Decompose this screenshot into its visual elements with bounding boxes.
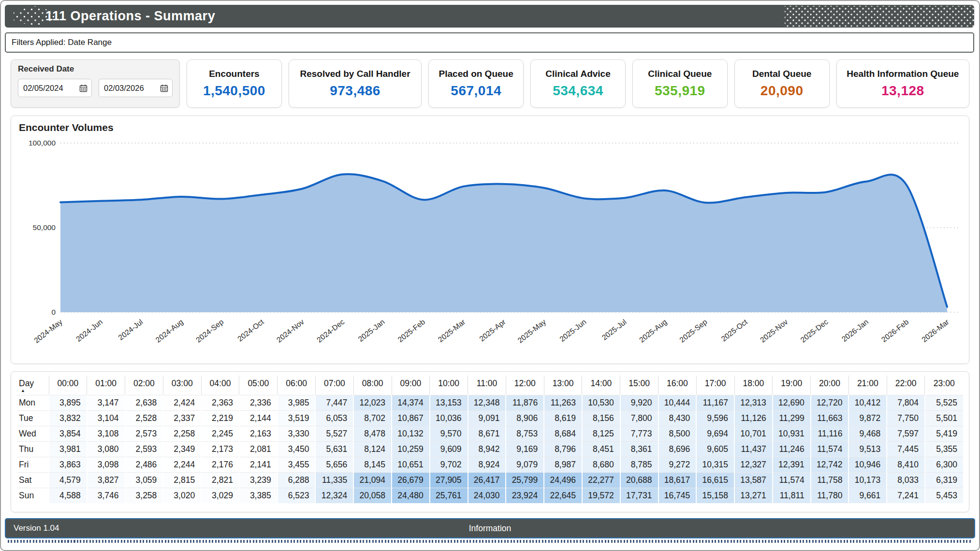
hour-column-header[interactable]: 16:00 (658, 376, 697, 395)
area-fill[interactable] (60, 174, 947, 312)
table-value-cell[interactable]: 3,895 (49, 395, 87, 410)
table-value-cell[interactable]: 26,679 (392, 472, 430, 488)
table-value-cell[interactable]: 8,156 (582, 410, 620, 426)
table-value-cell[interactable]: 4,588 (49, 488, 87, 503)
table-value-cell[interactable]: 2,821 (201, 472, 239, 488)
table-value-cell[interactable]: 23,924 (506, 488, 544, 503)
table-value-cell[interactable]: 12,720 (811, 395, 849, 410)
table-value-cell[interactable]: 11,437 (734, 441, 773, 457)
table-value-cell[interactable]: 3,098 (87, 457, 125, 472)
table-value-cell[interactable]: 6,053 (315, 410, 353, 426)
table-value-cell[interactable]: 7,597 (887, 426, 925, 441)
table-value-cell[interactable]: 12,327 (734, 457, 773, 472)
table-value-cell[interactable]: 11,811 (773, 488, 811, 503)
table-value-cell[interactable]: 3,147 (87, 395, 125, 410)
table-value-cell[interactable]: 7,750 (887, 410, 925, 426)
table-value-cell[interactable]: 3,029 (201, 488, 239, 503)
table-value-cell[interactable]: 8,125 (582, 426, 620, 441)
table-value-cell[interactable]: 8,671 (468, 426, 506, 441)
table-value-cell[interactable]: 11,780 (811, 488, 849, 503)
table-value-cell[interactable]: 7,445 (887, 441, 925, 457)
table-value-cell[interactable]: 6,319 (925, 472, 963, 488)
calendar-icon[interactable] (160, 84, 168, 92)
table-value-cell[interactable]: 10,530 (582, 395, 620, 410)
table-value-cell[interactable]: 24,030 (468, 488, 506, 503)
table-value-cell[interactable]: 6,300 (925, 457, 963, 472)
table-value-cell[interactable]: 22,277 (582, 472, 620, 488)
table-value-cell[interactable]: 11,335 (315, 472, 353, 488)
table-value-cell[interactable]: 11,246 (773, 441, 811, 457)
table-value-cell[interactable]: 2,593 (125, 441, 163, 457)
table-value-cell[interactable]: 2,244 (163, 457, 201, 472)
table-value-cell[interactable]: 10,946 (848, 457, 887, 472)
table-value-cell[interactable]: 9,661 (848, 488, 887, 503)
table-value-cell[interactable]: 6,523 (278, 488, 316, 503)
table-value-cell[interactable]: 11,876 (506, 395, 544, 410)
table-value-cell[interactable]: 8,987 (544, 457, 582, 472)
hour-column-header[interactable]: 17:00 (696, 376, 734, 395)
hour-column-header[interactable]: 13:00 (544, 376, 582, 395)
hour-column-header[interactable]: 12:00 (506, 376, 544, 395)
hour-column-header[interactable]: 03:00 (163, 376, 201, 395)
table-value-cell[interactable]: 8,680 (582, 457, 620, 472)
hour-column-header[interactable]: 06:00 (278, 376, 316, 395)
hour-column-header[interactable]: 04:00 (201, 376, 239, 395)
hour-column-header[interactable]: 05:00 (239, 376, 278, 395)
table-value-cell[interactable]: 2,815 (163, 472, 201, 488)
table-value-cell[interactable]: 9,920 (620, 395, 658, 410)
table-value-cell[interactable]: 2,363 (201, 395, 239, 410)
table-value-cell[interactable]: 3,330 (278, 426, 316, 441)
table-day-cell[interactable]: Thu (17, 441, 49, 457)
calendar-icon[interactable] (79, 84, 88, 92)
hour-column-header[interactable]: 14:00 (582, 376, 620, 395)
table-value-cell[interactable]: 9,468 (848, 426, 887, 441)
table-value-cell[interactable]: 8,033 (887, 472, 925, 488)
table-value-cell[interactable]: 2,528 (125, 410, 163, 426)
hour-column-header[interactable]: 10:00 (430, 376, 468, 395)
table-value-cell[interactable]: 9,872 (848, 410, 887, 426)
table-value-cell[interactable]: 5,656 (315, 457, 353, 472)
table-value-cell[interactable]: 3,450 (278, 441, 316, 457)
hour-column-header[interactable]: 07:00 (315, 376, 353, 395)
table-value-cell[interactable]: 10,444 (658, 395, 697, 410)
table-value-cell[interactable]: 3,239 (239, 472, 278, 488)
table-value-cell[interactable]: 2,163 (239, 426, 278, 441)
table-value-cell[interactable]: 7,800 (620, 410, 658, 426)
table-value-cell[interactable]: 12,742 (811, 457, 849, 472)
hour-column-header[interactable]: 15:00 (620, 376, 658, 395)
table-day-cell[interactable]: Mon (17, 395, 49, 410)
table-value-cell[interactable]: 12,348 (468, 395, 506, 410)
table-value-cell[interactable]: 9,079 (506, 457, 544, 472)
table-value-cell[interactable]: 5,527 (315, 426, 353, 441)
table-value-cell[interactable]: 10,651 (392, 457, 430, 472)
table-value-cell[interactable]: 13,587 (734, 472, 773, 488)
table-value-cell[interactable]: 7,241 (887, 488, 925, 503)
table-value-cell[interactable]: 5,501 (925, 410, 963, 426)
table-day-cell[interactable]: Wed (17, 426, 49, 441)
information-button[interactable]: Information (6, 523, 974, 534)
table-value-cell[interactable]: 2,173 (201, 441, 239, 457)
table-value-cell[interactable]: 9,609 (430, 441, 468, 457)
table-value-cell[interactable]: 3,108 (87, 426, 125, 441)
hour-column-header[interactable]: 00:00 (49, 376, 87, 395)
table-value-cell[interactable]: 9,694 (696, 426, 734, 441)
table-value-cell[interactable]: 2,336 (239, 395, 278, 410)
table-value-cell[interactable]: 17,731 (620, 488, 658, 503)
table-value-cell[interactable]: 8,500 (658, 426, 697, 441)
hour-column-header[interactable]: 20:00 (811, 376, 849, 395)
table-value-cell[interactable]: 8,124 (353, 441, 392, 457)
table-value-cell[interactable]: 8,145 (353, 457, 392, 472)
table-value-cell[interactable]: 10,701 (734, 426, 773, 441)
table-value-cell[interactable]: 3,020 (163, 488, 201, 503)
table-value-cell[interactable]: 12,690 (773, 395, 811, 410)
table-value-cell[interactable]: 10,259 (392, 441, 430, 457)
hour-column-header[interactable]: 11:00 (468, 376, 506, 395)
table-value-cell[interactable]: 3,059 (125, 472, 163, 488)
sort-ascending-icon[interactable]: ▲ (19, 389, 49, 392)
table-value-cell[interactable]: 11,758 (811, 472, 849, 488)
table-value-cell[interactable]: 16,745 (658, 488, 697, 503)
table-value-cell[interactable]: 3,854 (49, 426, 87, 441)
table-day-cell[interactable]: Fri (17, 457, 49, 472)
table-value-cell[interactable]: 12,324 (315, 488, 353, 503)
table-value-cell[interactable]: 8,619 (544, 410, 582, 426)
